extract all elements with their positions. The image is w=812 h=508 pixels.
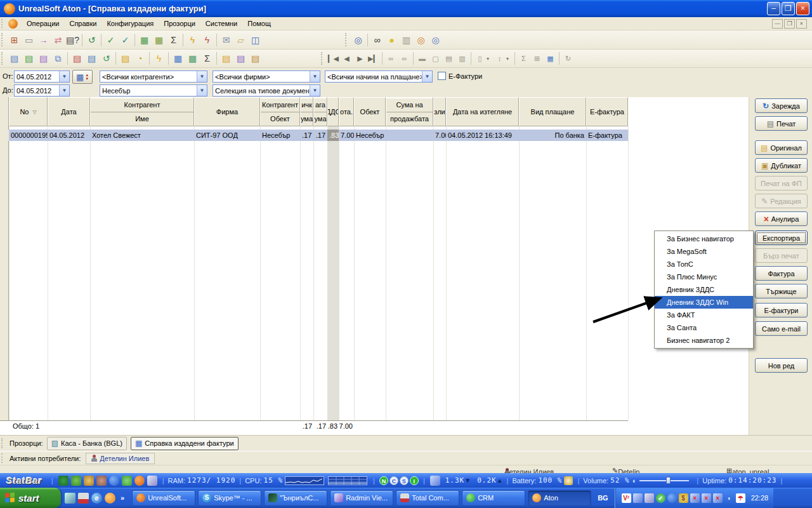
exit-icon[interactable]: ◫ bbox=[248, 32, 263, 47]
col-efacture[interactable]: Е-фактура bbox=[586, 97, 628, 126]
quicklaunch-app-icon[interactable] bbox=[65, 493, 75, 504]
speaker-icon[interactable]: ◖ bbox=[632, 477, 636, 485]
task-total-commander[interactable]: Total Com... bbox=[396, 490, 459, 506]
doc-copy-icon[interactable]: ⧉ bbox=[51, 51, 65, 66]
active-user-item[interactable]: Детелин Илиев bbox=[86, 453, 155, 464]
flash-icon[interactable]: ϟ bbox=[152, 51, 166, 66]
task-skype[interactable]: SSkype™ - ... bbox=[198, 490, 261, 506]
einvoices-button[interactable]: Е-фактури bbox=[755, 303, 808, 318]
start-button[interactable]: start bbox=[0, 488, 61, 508]
tray-net-disabled-icon[interactable]: × bbox=[690, 493, 700, 503]
chevron-down-icon[interactable]: ▼ bbox=[197, 71, 207, 82]
menu-configuration[interactable]: Конфигурация bbox=[102, 18, 159, 29]
print-button[interactable]: ▤Печат bbox=[755, 116, 808, 131]
duplicate-button[interactable]: ▣Дубликат bbox=[755, 158, 808, 173]
truck-ok-icon[interactable]: ✓ bbox=[118, 32, 133, 47]
window-tab-invoices-report[interactable]: ▦ Справка издадени фактури bbox=[131, 437, 239, 450]
menu-help[interactable]: Помощ bbox=[242, 18, 276, 29]
user-flash-icon[interactable]: ϟ bbox=[200, 32, 214, 47]
menu-item-santa[interactable]: За Санта bbox=[655, 321, 753, 334]
col-contragent-name[interactable]: КонтрагентИме bbox=[90, 97, 194, 126]
tray-dc-icon[interactable] bbox=[667, 493, 677, 503]
dc-icon[interactable] bbox=[109, 476, 119, 486]
task-unrealsoft[interactable]: UnrealSoft... bbox=[132, 490, 195, 506]
email-only-button[interactable]: Само e-mail bbox=[755, 321, 808, 336]
new-row-button[interactable]: Нов ред bbox=[755, 358, 808, 373]
doc-export-icon[interactable]: ▤ bbox=[36, 51, 51, 66]
edit-button[interactable]: ✎Редакция bbox=[755, 194, 808, 208]
book-icon[interactable]: ▥ bbox=[455, 51, 469, 66]
chevron-down-icon[interactable]: ▼ bbox=[197, 85, 207, 96]
grid-gray-icon[interactable]: ⊞ bbox=[530, 51, 544, 66]
palm-icon[interactable] bbox=[58, 476, 69, 486]
doc-lock-icon[interactable]: ▤ bbox=[118, 51, 133, 66]
hand-icon[interactable] bbox=[96, 476, 107, 486]
winamp-icon[interactable] bbox=[84, 476, 94, 486]
col-sale-sum[interactable]: Сума напродажбата bbox=[386, 97, 433, 126]
tray-v2-icon[interactable]: V² bbox=[622, 493, 631, 503]
doc-flash2-icon[interactable]: ▤ bbox=[219, 51, 233, 66]
nav-last-icon[interactable]: ▶▎ bbox=[367, 51, 380, 66]
col-contragent-object[interactable]: КонтрагентОбект bbox=[260, 97, 300, 126]
columns-dropdown-icon[interactable]: ▾ bbox=[487, 56, 493, 62]
statbar-s-icon[interactable]: S bbox=[400, 476, 409, 485]
col-dds[interactable]: ДДС bbox=[327, 97, 339, 126]
tray-rdp-icon[interactable] bbox=[645, 493, 654, 503]
language-indicator[interactable]: BG bbox=[593, 494, 613, 502]
quicklaunch-disk-icon[interactable] bbox=[78, 493, 89, 504]
preview-icon[interactable]: ▢ bbox=[429, 51, 442, 66]
tray-dollar-icon[interactable]: $ bbox=[679, 493, 688, 503]
cell-v3-focused[interactable]: .83 bbox=[327, 130, 339, 141]
chart-icon[interactable]: ▥ bbox=[399, 32, 414, 47]
doc-user-blue-icon[interactable]: ▤ bbox=[84, 51, 99, 66]
quick-print-button[interactable]: Бърз печат bbox=[755, 248, 808, 263]
close-button[interactable]: × bbox=[796, 2, 809, 15]
doc-camera-icon[interactable]: ▤ bbox=[7, 51, 22, 66]
window-tab-kasa-banka[interactable]: ▨ Каса - Банка (BGL) bbox=[47, 437, 127, 450]
contragents-select[interactable]: <Всички контрагенти>▼ bbox=[100, 70, 207, 83]
tray-net-disabled-icon[interactable]: × bbox=[713, 493, 723, 503]
tray-network-icon[interactable] bbox=[633, 493, 643, 503]
table-calc-icon[interactable]: ▦ bbox=[544, 51, 557, 66]
parrot-icon[interactable] bbox=[71, 476, 81, 486]
chevron-down-icon[interactable]: ▼ bbox=[422, 71, 432, 82]
tray-net-disabled-icon[interactable]: × bbox=[702, 493, 711, 503]
col-pull-date[interactable]: Дата на изтегляне bbox=[446, 97, 519, 126]
chevron-down-icon[interactable]: ▼ bbox=[310, 85, 320, 96]
col-sum2[interactable]: агаума bbox=[313, 97, 327, 126]
table-import-icon[interactable]: ▦ bbox=[152, 32, 166, 47]
duck-icon[interactable]: ● bbox=[384, 32, 399, 47]
date-from-field[interactable]: 04.05.2012▼ bbox=[14, 70, 70, 83]
doc-user-search-icon[interactable]: ▤ bbox=[233, 51, 248, 66]
payments-select[interactable]: <Всички начини на плащане>▼ bbox=[325, 70, 433, 83]
sum-gray-icon[interactable]: Σ bbox=[517, 51, 530, 66]
menu-item-business-navigator-2[interactable]: Бизнес навигатор 2 bbox=[655, 334, 753, 347]
nav-first-icon[interactable]: ▎◀ bbox=[327, 51, 340, 66]
truck-icon[interactable]: ▭ bbox=[22, 32, 36, 47]
menu-operations[interactable]: Операции bbox=[22, 18, 64, 29]
task-aton[interactable]: Aton bbox=[528, 490, 591, 506]
cart-ok-icon[interactable]: ✓ bbox=[103, 32, 118, 47]
load-button[interactable]: ↻Зарежда bbox=[755, 98, 808, 113]
quicklaunch-chevron[interactable]: » bbox=[121, 494, 124, 502]
quicklaunch-ie-icon[interactable]: e bbox=[91, 493, 102, 504]
sort-icon[interactable]: ↕ bbox=[493, 51, 506, 66]
save-icon[interactable]: ▬ bbox=[416, 51, 429, 66]
cart-icon[interactable]: ⊞ bbox=[7, 32, 22, 47]
binoculars-icon[interactable]: ∞ bbox=[370, 32, 384, 47]
mail-icon[interactable]: ✉ bbox=[219, 32, 233, 47]
menu-item-business-navigator[interactable]: За Бизнес навигатор bbox=[655, 232, 753, 245]
sum-doc-icon[interactable]: Σ bbox=[200, 51, 214, 66]
chevron-down-icon[interactable]: ▼ bbox=[59, 71, 69, 82]
mdi-restore-button[interactable]: ❒ bbox=[784, 19, 795, 29]
col-payment[interactable]: Вид плащане bbox=[519, 97, 586, 126]
col-firm[interactable]: Фирма bbox=[194, 97, 260, 126]
tray-shield-check-icon[interactable]: ✓ bbox=[656, 493, 665, 503]
doc-coins-icon[interactable]: ◔ bbox=[133, 51, 147, 66]
mdi-close-button[interactable]: × bbox=[796, 19, 807, 29]
doc-search-icon[interactable]: ◎ bbox=[414, 32, 428, 47]
window-icon[interactable] bbox=[147, 476, 157, 486]
col-object2[interactable]: Обект bbox=[354, 97, 386, 126]
refresh-icon[interactable]: ↻ bbox=[561, 51, 575, 66]
menu-item-plus-minus[interactable]: За Плюс Минус bbox=[655, 271, 753, 283]
